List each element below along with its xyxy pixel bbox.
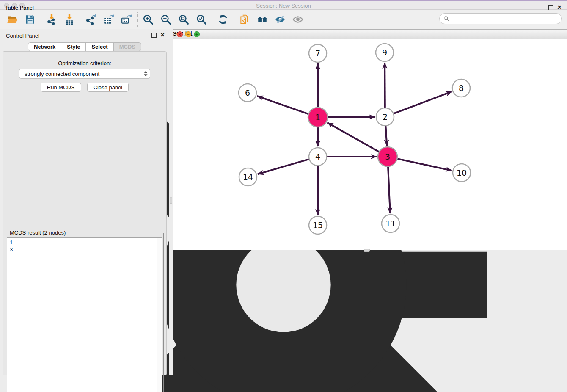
control-panel-title: Control Panel <box>6 33 39 39</box>
close-panel-button[interactable]: Close panel <box>87 83 129 92</box>
edge-1-2[interactable] <box>328 117 375 117</box>
save-session-icon <box>25 14 36 25</box>
edge-3-1[interactable] <box>328 123 379 152</box>
network-window-title: scc.txt <box>173 30 567 37</box>
show-all-icon <box>292 14 303 25</box>
table-panel-title: Table Panel <box>5 5 34 11</box>
network-close-icon[interactable]: ✕ <box>177 31 183 37</box>
tab-network[interactable]: Network <box>28 42 61 51</box>
zoom-selected-icon <box>196 14 207 25</box>
hide-selected-icon <box>275 14 286 25</box>
search-input[interactable] <box>449 16 561 22</box>
main-toolbar <box>0 10 567 29</box>
search-box[interactable] <box>439 13 562 24</box>
toolbar-separator <box>212 12 212 27</box>
mcds-result-lines: 13 <box>7 238 157 254</box>
select-stepper-icon <box>141 69 150 78</box>
close-panel-icon[interactable]: ✕ <box>160 32 165 38</box>
edge-2-3[interactable] <box>385 126 387 146</box>
edge-2-8[interactable] <box>394 91 452 113</box>
tab-mcds[interactable]: MCDS <box>114 42 141 51</box>
edge-1-6[interactable] <box>257 96 308 114</box>
network-view-window: ✕ − + scc.txt 7968124314101511 <box>173 29 567 250</box>
window-title: Session: New Session <box>0 3 567 9</box>
control-panel-tabs: NetworkStyleSelectMCDS <box>0 42 169 51</box>
zoom-out-icon <box>160 14 171 25</box>
zoom-fit-button[interactable] <box>175 11 193 28</box>
import-network-button[interactable] <box>43 11 61 28</box>
toolbar-separator <box>41 12 41 27</box>
node-label-1: 1 <box>315 113 320 122</box>
app-titlebar: Session: New Session <box>0 1 567 10</box>
run-mcds-button[interactable]: Run MCDS <box>41 83 81 92</box>
control-panel-header: Control Panel ✕ <box>0 29 169 42</box>
zoom-in-icon <box>143 14 154 25</box>
mcds-panel: Optimization criterion: strongly connect… <box>3 51 167 375</box>
first-neighbors-icon <box>257 14 268 25</box>
edge-3-10[interactable] <box>397 159 451 171</box>
node-label-8: 8 <box>459 83 464 93</box>
zoom-in-button[interactable] <box>139 11 157 28</box>
zoom-out-button[interactable] <box>157 11 175 28</box>
vertical-splitter[interactable] <box>169 29 173 375</box>
edge-3-11[interactable] <box>388 167 390 213</box>
node-label-6: 6 <box>245 88 250 97</box>
zoom-selected-button[interactable] <box>193 11 210 28</box>
node-label-7: 7 <box>315 49 320 58</box>
export-image-icon <box>121 14 132 25</box>
network-minimize-icon[interactable]: − <box>185 31 191 37</box>
node-label-9: 9 <box>382 48 387 57</box>
node-label-2: 2 <box>383 112 388 121</box>
application-window: Session: New Session Control Panel ✕ Net… <box>0 0 567 392</box>
new-network-from-selection-icon <box>239 14 250 25</box>
new-network-from-selection-button[interactable] <box>236 11 253 28</box>
edge-4-14[interactable] <box>258 159 309 174</box>
node-label-4: 4 <box>315 152 320 161</box>
mcds-result-textarea[interactable]: 13 <box>7 237 162 392</box>
selected-criterion: strongly connected component <box>19 71 141 77</box>
import-table-icon <box>64 14 75 25</box>
node-label-14: 14 <box>243 172 253 182</box>
export-image-button[interactable] <box>118 11 135 28</box>
edge-2-9[interactable] <box>385 63 385 108</box>
network-canvas[interactable]: 7968124314101511 <box>173 30 567 242</box>
table-close-icon[interactable]: ✕ <box>557 4 562 10</box>
node-label-15: 15 <box>313 221 323 230</box>
import-table-button[interactable] <box>61 11 78 28</box>
apply-layout-icon <box>217 14 228 25</box>
open-file-icon <box>7 14 18 25</box>
save-session-button[interactable] <box>21 11 39 28</box>
node-label-11: 11 <box>385 219 396 228</box>
toolbar-separator <box>137 12 138 27</box>
mcds-result-scrollbar[interactable] <box>157 238 162 392</box>
apply-layout-button[interactable] <box>214 11 232 28</box>
optimization-criterion-select[interactable]: strongly connected component <box>19 69 150 79</box>
tab-style[interactable]: Style <box>61 42 86 51</box>
network-window-titlebar[interactable]: ✕ − + scc.txt <box>173 30 567 39</box>
optimization-criterion-label: Optimization criterion: <box>3 60 166 66</box>
table-float-icon[interactable] <box>548 5 553 10</box>
export-table-button[interactable] <box>100 11 118 28</box>
import-network-icon <box>46 14 57 25</box>
mcds-result-title: MCDS result (2 nodes) <box>8 229 67 236</box>
horizontal-splitter-grip[interactable] <box>364 249 370 252</box>
first-neighbors-button[interactable] <box>253 11 271 28</box>
hide-selected-button[interactable] <box>271 11 289 28</box>
toolbar-separator <box>234 12 234 27</box>
tab-select[interactable]: Select <box>86 42 113 51</box>
search-icon <box>443 16 449 22</box>
show-all-button[interactable] <box>289 11 307 28</box>
export-network-icon <box>85 14 96 25</box>
mcds-result-group: MCDS result (2 nodes) 13 <box>6 233 164 392</box>
mcds-result-node: 1 <box>10 239 154 246</box>
export-table-icon <box>103 14 114 25</box>
zoom-fit-icon <box>178 14 189 25</box>
control-panel: Control Panel ✕ NetworkStyleSelectMCDS O… <box>0 29 169 375</box>
open-file-button[interactable] <box>3 11 21 28</box>
node-label-3: 3 <box>385 152 390 161</box>
export-network-button[interactable] <box>82 11 100 28</box>
network-maximize-icon[interactable]: + <box>194 31 200 37</box>
network-graph: 7968124314101511 <box>173 30 567 240</box>
splitter-grip-icon[interactable] <box>170 197 172 204</box>
float-panel-icon[interactable] <box>151 33 157 38</box>
